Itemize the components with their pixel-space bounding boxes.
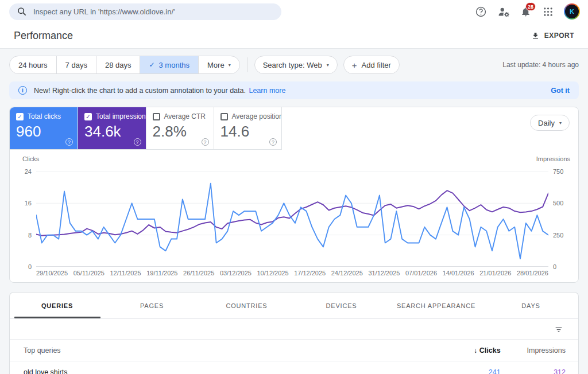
- help-icon[interactable]: ?: [202, 138, 209, 146]
- performance-chart-card: ✓ Total clicks 960 ? ✓ Total impressions…: [9, 107, 579, 283]
- dimensions-table-card: QUERIES PAGES COUNTRIES DEVICES SEARCH A…: [9, 292, 579, 374]
- metric-label: Average position: [232, 112, 283, 120]
- metric-label: Total clicks: [28, 112, 61, 120]
- add-filter-label: Add filter: [362, 61, 391, 69]
- range-label: 28 days: [105, 61, 131, 69]
- tab-queries[interactable]: QUERIES: [10, 293, 105, 318]
- tab-pages[interactable]: PAGES: [105, 293, 199, 318]
- search-type-dropdown[interactable]: Search type: Web ▾: [254, 56, 338, 74]
- table-row[interactable]: old love shirts 241 312: [10, 361, 578, 374]
- add-filter-button[interactable]: + Add filter: [343, 56, 400, 74]
- check-icon: ✓: [149, 61, 154, 69]
- range-28-days[interactable]: 28 days: [96, 56, 140, 73]
- right-tick: 500: [548, 200, 563, 207]
- got-it-button[interactable]: Got it: [551, 87, 570, 95]
- clicks-line: [36, 184, 548, 259]
- left-tick: 0: [28, 263, 36, 270]
- range-label: 24 hours: [18, 61, 48, 69]
- col-impressions[interactable]: Impressions: [513, 340, 578, 361]
- left-tick: 8: [28, 232, 36, 239]
- learn-more-link[interactable]: Learn more: [249, 87, 285, 95]
- x-tick: 10/12/2025: [257, 270, 289, 276]
- metric-value: 14.6: [220, 123, 276, 141]
- left-tick: 16: [25, 200, 36, 207]
- range-7-days[interactable]: 7 days: [56, 56, 96, 73]
- tab-days[interactable]: DAYS: [483, 293, 578, 318]
- apps-grid-icon[interactable]: [541, 5, 554, 18]
- sort-down-icon: ↓: [474, 346, 477, 354]
- range-label: 3 months: [159, 61, 189, 69]
- divider: [247, 57, 247, 72]
- time-series-chart[interactable]: Clicks Impressions 24 16 8 0 750 500 250…: [16, 155, 572, 276]
- x-tick: 28/01/2026: [517, 270, 548, 276]
- right-tick: 750: [548, 168, 563, 175]
- apps-grid-glyph: [543, 7, 553, 17]
- metric-tiles: ✓ Total clicks 960 ? ✓ Total impressions…: [10, 107, 282, 150]
- right-tick: 250: [548, 232, 563, 239]
- help-icon[interactable]: ?: [269, 138, 277, 146]
- x-tick: 17/12/2025: [294, 270, 326, 276]
- metric-value: 34.6k: [84, 123, 140, 141]
- filter-list-icon[interactable]: [554, 325, 563, 334]
- clicks-value: 241: [458, 361, 513, 374]
- help-icon[interactable]: [474, 5, 487, 18]
- checkbox-unchecked-icon[interactable]: [153, 113, 160, 120]
- x-tick: 05/11/2025: [74, 270, 105, 276]
- topbar-actions: 28 K: [474, 3, 580, 20]
- plus-icon: +: [352, 60, 357, 70]
- x-tick: 12/11/2025: [110, 270, 141, 276]
- metric-value: 960: [16, 123, 71, 141]
- metric-value: 2.8%: [153, 123, 207, 141]
- right-tick: 0: [548, 263, 556, 270]
- checkbox-unchecked-icon[interactable]: [220, 113, 228, 120]
- account-avatar[interactable]: K: [564, 3, 580, 20]
- metric-label: Total impressions: [96, 112, 149, 120]
- x-tick: 26/11/2025: [183, 270, 214, 276]
- notifications-bell-icon[interactable]: 28: [519, 5, 532, 18]
- help-circle-glyph: [475, 6, 486, 17]
- col-top-queries[interactable]: Top queries: [10, 340, 458, 361]
- x-axis-labels: 29/10/2025 05/11/2025 12/11/2025 19/11/2…: [36, 270, 548, 276]
- help-icon[interactable]: ?: [134, 138, 141, 146]
- top-bar: Inspect any URL in 'https://www.oldlove.…: [0, 0, 588, 23]
- checkbox-checked-icon[interactable]: ✓: [16, 113, 24, 120]
- chart-svg: [36, 172, 548, 267]
- x-tick: 14/01/2026: [443, 270, 474, 276]
- chevron-down-icon: ▾: [327, 63, 329, 68]
- user-settings-icon[interactable]: [497, 5, 509, 18]
- range-3-months-selected[interactable]: ✓ 3 months: [140, 56, 198, 73]
- x-tick: 03/12/2025: [220, 270, 252, 276]
- range-label: 7 days: [65, 61, 87, 69]
- page-header: Performance EXPORT: [0, 23, 588, 49]
- date-range-chip-group: 24 hours 7 days 28 days ✓ 3 months More …: [9, 56, 240, 74]
- tab-search-appearance[interactable]: SEARCH APPEARANCE: [389, 293, 483, 318]
- banner-text: New! Right-click the chart to add a cust…: [34, 87, 285, 95]
- total-impressions-tile[interactable]: ✓ Total impressions 34.6k ?: [78, 107, 146, 149]
- granularity-dropdown[interactable]: Daily ▾: [530, 115, 570, 131]
- total-clicks-tile[interactable]: ✓ Total clicks 960 ?: [10, 107, 78, 149]
- main-content: 24 hours 7 days 28 days ✓ 3 months More …: [0, 49, 588, 374]
- chart-plot-area[interactable]: 24 16 8 0 750 500 250 0: [36, 172, 548, 267]
- x-tick: 24/12/2025: [331, 270, 363, 276]
- chevron-down-icon: ▾: [229, 63, 231, 68]
- tab-countries[interactable]: COUNTRIES: [199, 293, 294, 318]
- axis-titles: Clicks Impressions: [16, 155, 572, 163]
- chevron-down-icon: ▾: [559, 120, 562, 126]
- help-icon[interactable]: ?: [65, 138, 73, 146]
- export-button[interactable]: EXPORT: [531, 32, 574, 40]
- col-clicks-sorted[interactable]: ↓ Clicks: [458, 340, 513, 361]
- download-icon: [531, 32, 540, 40]
- query-cell[interactable]: old love shirts: [10, 361, 458, 374]
- tab-devices[interactable]: DEVICES: [294, 293, 389, 318]
- checkbox-checked-icon[interactable]: ✓: [84, 113, 92, 120]
- average-position-tile[interactable]: Average position 14.6 ?: [214, 107, 282, 149]
- range-24-hours[interactable]: 24 hours: [10, 56, 56, 73]
- avatar-logo: K: [565, 5, 579, 18]
- x-tick: 19/11/2025: [146, 270, 177, 276]
- x-tick: 29/10/2025: [36, 270, 68, 276]
- queries-table: Top queries ↓ Clicks Impressions old lov…: [10, 339, 578, 374]
- left-tick: 24: [25, 168, 36, 175]
- average-ctr-tile[interactable]: Average CTR 2.8% ?: [146, 107, 214, 149]
- url-inspect-input[interactable]: Inspect any URL in 'https://www.oldlove.…: [9, 3, 281, 20]
- range-more-dropdown[interactable]: More ▾: [198, 56, 239, 73]
